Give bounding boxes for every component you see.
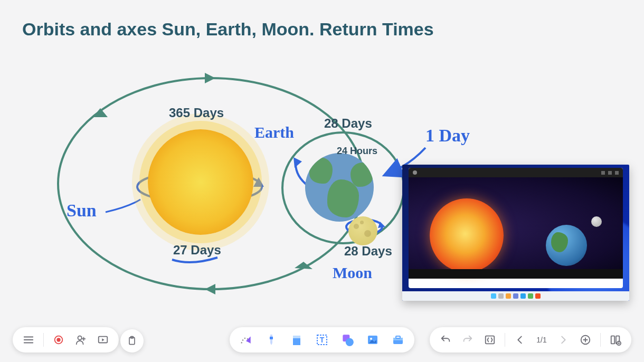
label-28days-upper: 28 Days: [324, 116, 372, 131]
next-page-button[interactable]: [556, 332, 571, 347]
svg-text:T: T: [320, 336, 325, 344]
sun-label-pointer: [106, 199, 140, 212]
text-tool[interactable]: T: [314, 332, 330, 348]
present-icon: [97, 334, 109, 346]
redo-icon: [462, 334, 473, 346]
handwrite-moon: Moon: [333, 264, 372, 282]
page-overview-button[interactable]: [608, 332, 623, 347]
taskbar-item: [520, 293, 526, 299]
taskbar-item: [491, 293, 496, 299]
underline-27days: [172, 258, 217, 262]
clipboard-button[interactable]: [120, 329, 144, 353]
menu-button[interactable]: [21, 332, 36, 347]
orbit-arrow: [205, 73, 215, 83]
present-button[interactable]: [96, 332, 110, 347]
handwrite-earth: Earth: [254, 123, 294, 141]
earth-graphic: [305, 153, 374, 222]
rect-icon: [290, 332, 303, 347]
label-365days: 365 Days: [169, 106, 224, 120]
thumb-earth: [546, 225, 587, 266]
record-icon: [53, 334, 64, 346]
toolbar-left: [13, 327, 119, 353]
moon-graphic: [348, 216, 377, 245]
redo-button[interactable]: [460, 332, 475, 347]
image-tool[interactable]: [365, 332, 381, 348]
taskbar-item: [506, 293, 511, 299]
taskbar-item: [528, 293, 533, 299]
whiteboard-canvas[interactable]: Orbits and axes Sun, Earth, Moon. Return…: [0, 0, 644, 362]
thumb-moon: [591, 216, 602, 227]
svg-rect-18: [486, 336, 495, 344]
shape-rect-tool[interactable]: [289, 332, 305, 348]
clipboard-icon: [127, 336, 137, 346]
add-page-button[interactable]: [578, 332, 593, 347]
separator: [43, 333, 44, 347]
prev-page-button[interactable]: [513, 332, 527, 347]
thumb-window-titlebar: [409, 168, 623, 177]
svg-rect-8: [293, 336, 300, 338]
image-icon: [366, 334, 379, 346]
traffic-light-icon: [413, 170, 417, 175]
window-control-icon: [615, 171, 619, 175]
add-user-icon: [75, 334, 87, 346]
label-27days: 27 Days: [173, 243, 221, 258]
thumb-window-bottombar: [409, 269, 623, 279]
pen-tool[interactable]: [263, 332, 279, 348]
window-control-icon: [601, 171, 605, 175]
shapes-tool[interactable]: [339, 332, 355, 348]
label-24hours: 24 Hours: [337, 146, 377, 157]
pen-icon: [265, 332, 278, 348]
svg-rect-20: [611, 336, 614, 344]
toolbox-icon: [391, 334, 405, 346]
chevron-right-icon: [557, 334, 569, 346]
thumb-taskbar: [402, 291, 629, 301]
record-button[interactable]: [51, 332, 66, 347]
chevron-left-icon: [514, 334, 526, 346]
page-indicator: 1/1: [535, 336, 548, 344]
add-user-button[interactable]: [73, 332, 88, 347]
sun-graphic: [148, 129, 253, 235]
earth-axis-arrow: [293, 157, 302, 168]
orbit-arrow: [93, 108, 108, 117]
undo-icon: [440, 334, 451, 346]
hamburger-icon: [23, 334, 34, 346]
thumb-app-window: [409, 168, 623, 288]
thumb-space-scene: [409, 177, 623, 279]
svg-point-1: [56, 338, 60, 341]
page-overview-icon: [610, 334, 621, 346]
toolbox-tool[interactable]: [390, 332, 406, 348]
spline-icon: [239, 333, 253, 347]
svg-rect-6: [270, 337, 273, 339]
taskbar-item: [535, 293, 541, 299]
svg-rect-17: [396, 336, 400, 338]
separator: [600, 333, 601, 347]
handwrite-1day: 1 Day: [425, 126, 470, 146]
label-28days-lower: 28 Days: [344, 244, 392, 259]
svg-point-12: [346, 338, 354, 346]
toolbar-center: T: [230, 327, 414, 353]
shapes-icon: [340, 333, 354, 347]
handwrite-sun: Sun: [67, 201, 97, 221]
thumb-sun: [430, 198, 504, 272]
taskbar-item: [513, 293, 518, 299]
window-control-icon: [608, 171, 612, 175]
svg-point-2: [78, 336, 82, 340]
separator: [505, 333, 505, 347]
spline-tool[interactable]: [238, 332, 254, 348]
text-icon: T: [315, 334, 329, 346]
toolbar-right: 1/1: [430, 327, 631, 353]
plus-circle-icon: [580, 334, 591, 346]
taskbar-item: [498, 293, 504, 299]
page-switch-button[interactable]: [482, 332, 497, 347]
page-switch-icon: [484, 334, 496, 346]
svg-point-14: [370, 338, 372, 340]
undo-button[interactable]: [438, 332, 453, 347]
inserted-window-thumbnail[interactable]: [402, 165, 629, 301]
orbit-arrow: [205, 284, 215, 294]
